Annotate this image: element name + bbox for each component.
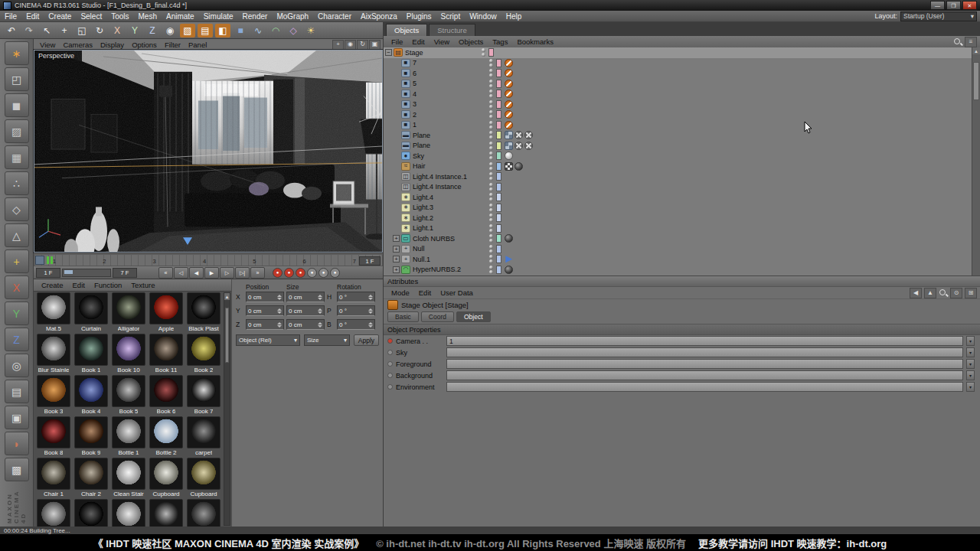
visibility-dots[interactable] [489,131,493,139]
position-field[interactable]: 0 cm [246,305,284,316]
apply-button[interactable]: Apply [354,334,379,346]
goto-start-button[interactable]: « [158,267,173,279]
menu-item[interactable]: MoGraph [272,12,313,21]
record-position-button[interactable]: ● [296,268,305,278]
material-menu-item[interactable]: Texture [126,281,159,289]
goto-end-button[interactable]: » [250,267,265,279]
visibility-dots[interactable] [489,234,493,243]
layer-chip[interactable] [496,142,501,150]
layer-chip[interactable] [496,100,501,109]
stepper-icon[interactable] [368,322,373,328]
make-editable-icon[interactable]: ◰ [5,67,29,91]
attribute-field[interactable] [446,359,963,369]
visibility-dots[interactable] [489,245,493,253]
material-item[interactable]: Curtain [73,292,109,333]
render-picture-viewer-button[interactable]: ▤ [198,24,213,37]
menu-item[interactable]: Tools [106,12,133,21]
viewport-view-label[interactable]: Perspective [38,52,74,60]
visibility-dots[interactable] [489,224,493,233]
object-manager-menu-item[interactable]: Bookmarks [512,37,558,46]
attributes-menu-item[interactable]: Mode [387,289,414,297]
visibility-dots[interactable] [489,80,493,88]
model-mode-icon[interactable]: ◼ [5,93,29,117]
layer-chip[interactable] [496,255,501,263]
material-scrollbar[interactable]: ▲ [224,292,230,526]
menu-item[interactable]: Edit [21,12,44,21]
redo-button[interactable]: ↷ [21,24,37,37]
material-item[interactable]: Book 11 [148,334,185,374]
layer-chip[interactable] [496,121,501,129]
object-row[interactable]: ● Sky [384,151,972,161]
layer-chip[interactable] [496,131,501,139]
menu-item[interactable]: Script [436,12,466,21]
animation-dot-icon[interactable] [387,384,393,390]
edges-mode-icon[interactable]: ◇ [5,197,29,221]
object-name[interactable]: 4 [413,90,416,98]
visibility-dots[interactable] [489,110,493,119]
visibility-dots[interactable] [489,183,493,191]
material-item[interactable]: Bottle 1 [110,416,147,457]
object-row[interactable]: + ◠ HyperNURBS.2 [384,265,972,276]
visibility-dots[interactable] [489,266,493,274]
play-button[interactable]: ▶ [204,267,219,279]
sphere-dark-tag[interactable] [514,162,523,171]
object-name[interactable]: 6 [413,70,416,77]
scroll-thumb[interactable] [973,62,979,100]
attribute-tab[interactable]: Coord [421,311,454,322]
menu-item[interactable]: AixSponza [356,12,402,21]
object-name[interactable]: Light.2 [413,214,433,222]
layer-chip[interactable] [496,162,501,171]
visibility-dots[interactable] [489,100,493,109]
grid-tag[interactable] [505,142,513,150]
sphere-dark-tag[interactable] [505,234,513,243]
material-item[interactable]: Clean Stair [110,458,147,498]
material-item[interactable]: Cupboard [148,458,185,498]
record-keyframe-button[interactable]: ● [273,268,283,278]
viewport-menu-item[interactable]: Filter [161,41,185,49]
object-row[interactable]: ■ 3 [384,99,972,110]
object-row[interactable]: ◫ Light.4 Instance [384,182,972,193]
menu-item[interactable]: Character [313,12,356,21]
material-item[interactable]: Book 7 [185,375,222,416]
texture-mode-icon[interactable]: ▨ [5,119,29,143]
visibility-dots[interactable] [489,152,493,160]
rotation-field[interactable]: 0 ° [337,292,375,302]
paint-setup-icon[interactable]: ◗ [5,432,29,455]
size-mode-dropdown[interactable]: Size▾ [304,334,350,346]
object-name[interactable]: HyperNURBS.2 [413,266,461,273]
object-manager-menu-item[interactable]: Objects [454,37,488,46]
snap-icon[interactable]: ∗ [5,41,29,65]
object-row[interactable]: ∗ Light.4 [384,192,972,203]
material-item[interactable] [73,499,109,527]
prohibit-tag[interactable] [505,121,513,129]
zoom-view-icon[interactable]: ◉ [345,40,356,50]
pin-icon[interactable]: ▲ [924,288,936,298]
coordinate-system-button[interactable]: ◉ [162,24,178,37]
expand-icon[interactable]: + [393,235,400,242]
object-row[interactable]: ■ 5 [384,79,972,90]
next-key-button[interactable]: ▷| [235,267,250,279]
attribute-picker-button[interactable]: ▾ [966,336,975,346]
objects-icon[interactable]: ▣ [5,406,29,429]
visibility-dots[interactable] [489,59,493,67]
viewport-solo-icon[interactable]: ◎ [5,354,29,377]
viewport-menu-item[interactable]: Options [128,41,161,49]
expand-icon[interactable]: + [393,256,400,262]
object-row[interactable]: + + Null [384,244,972,255]
prohibit-tag[interactable] [505,69,513,77]
object-tree-scrollbar[interactable]: ▲ [972,47,980,276]
layer-chip[interactable] [496,110,501,119]
stepper-icon[interactable] [318,295,322,300]
menu-item[interactable]: Animate [162,12,199,21]
prohibit-tag[interactable] [505,100,513,109]
stepper-icon[interactable] [277,322,282,328]
prev-key-button[interactable]: ◁ [174,267,188,279]
attribute-field[interactable] [446,370,963,380]
viewport-menu-item[interactable]: Display [96,41,128,49]
visibility-dots[interactable] [489,69,493,77]
object-name[interactable]: Plane [413,142,430,149]
grid-tag[interactable] [505,131,513,139]
stepper-icon[interactable] [318,308,322,314]
material-item[interactable]: Book 2 [185,334,222,374]
object-row[interactable]: ▬ Plane [384,141,972,152]
